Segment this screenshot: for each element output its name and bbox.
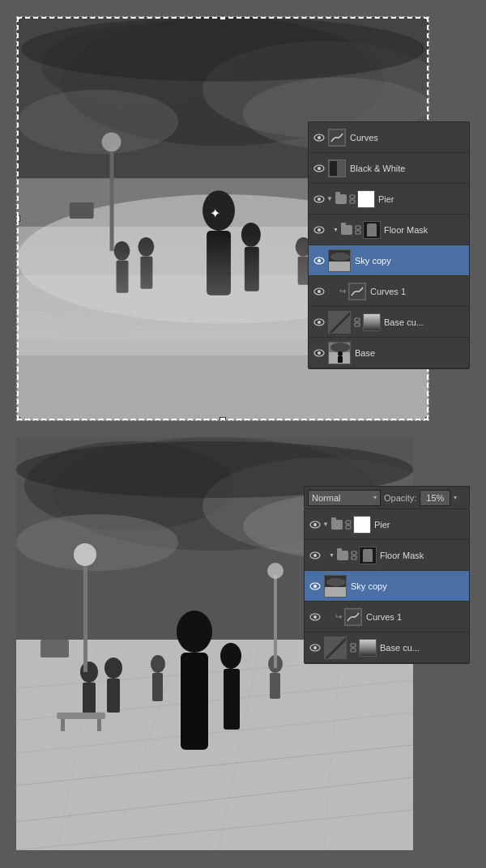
layer-name-bottom-pier: Pier [374,520,466,530]
layer-row-floormask[interactable]: ▼ Floor Mask [309,215,469,245]
eye-icon-curves[interactable] [312,130,326,145]
svg-rect-102 [61,719,65,731]
opacity-label: Opacity: [384,493,416,503]
layer-row-bw[interactable]: Black & White [309,153,469,184]
svg-point-111 [313,554,317,557]
bottom-skycopy-thumb [324,575,347,598]
layers-panel-bottom: ▼ Pier ▼ [304,508,470,664]
svg-point-45 [318,259,321,262]
svg-rect-107 [346,521,351,524]
eye-icon-curves1[interactable] [312,284,326,299]
transform-handle-tc[interactable] [220,17,226,20]
svg-rect-58 [355,323,360,326]
svg-rect-129 [351,649,356,652]
layer-row-pier[interactable]: ▼ Pier [309,184,469,215]
bottom-basecurves-thumb [324,636,347,659]
transform-handle-br[interactable] [425,417,428,420]
layer-row-bottom-pier[interactable]: ▼ Pier [305,509,469,540]
svg-point-106 [313,523,317,526]
blend-mode-bar: Normal ▾ Opacity: 15% ▾ [304,486,470,508]
svg-point-51 [318,290,321,293]
bottom-floormask-folder [337,551,348,560]
eye-icon-pier[interactable] [312,192,326,206]
transform-handle-ml[interactable] [17,215,20,222]
svg-point-91 [104,657,122,679]
floormask-chain [354,225,362,235]
svg-point-28 [318,136,321,139]
adj-thumb-curves1 [348,283,366,300]
pier-folder-icon [335,194,347,204]
eye-icon-base[interactable] [312,346,326,360]
eye-icon-floormask[interactable] [312,223,326,237]
eye-icon-basecurves[interactable] [312,315,326,330]
layer-row-bottom-curves1[interactable]: ↪ Curves 1 [305,602,469,632]
svg-rect-49 [329,262,351,272]
svg-rect-103 [97,719,101,731]
eye-icon-bottom-skycopy[interactable] [308,579,322,594]
eye-icon-skycopy[interactable] [312,253,326,268]
base-thumb [328,342,351,364]
svg-rect-26 [70,202,94,219]
layer-name-pier: Pier [378,194,466,204]
pier-arrow[interactable]: ▼ [326,195,333,202]
blend-mode-select[interactable]: Normal ▾ [308,490,381,506]
svg-point-65 [338,351,343,356]
layer-row-bottom-basecurves[interactable]: Base cu... [305,632,469,663]
layer-row-curves[interactable]: Curves [309,122,469,153]
svg-point-31 [318,167,321,170]
eye-icon-bottom-pier[interactable] [308,517,322,532]
transform-handle-tl[interactable] [17,17,20,20]
bottom-pier-indent: ▼ [322,520,352,530]
eye-icon-bottom-floormask[interactable] [308,548,322,563]
clip-arrow-curves1: ↪ [339,287,346,296]
transform-handle-bc[interactable] [220,417,226,420]
eye-icon-bottom-curves1[interactable] [308,610,322,624]
eye-icon-bw[interactable] [312,161,326,176]
svg-point-4 [21,17,424,82]
layer-row-base[interactable]: Base [309,338,469,368]
layer-name-curves1: Curves 1 [370,287,466,296]
layer-row-skycopy[interactable]: Sky copy [309,245,469,276]
bottom-pier-arrow[interactable]: ▼ [322,521,329,528]
bottom-floormask-arrow[interactable]: ▼ [329,552,335,558]
svg-rect-66 [338,356,343,363]
pier-mask [357,190,375,208]
svg-point-100 [267,563,284,579]
layer-row-curves1[interactable]: ↪ Curves 1 [309,276,469,307]
svg-rect-57 [355,318,360,321]
svg-rect-92 [107,679,120,713]
svg-rect-37 [350,200,355,203]
adj-thumb-bw [328,160,346,177]
layer-name-bw: Black & White [350,164,466,173]
bottom-basecurves-mask [359,639,377,657]
eye-icon-bottom-basecurves[interactable] [308,640,322,655]
blend-mode-value: Normal [312,493,340,503]
opacity-value[interactable]: 15% [420,490,450,506]
transform-center [216,212,229,225]
layer-name-bottom-floormask: Floor Mask [380,551,466,560]
bottom-pier-folder [331,520,343,530]
svg-point-119 [326,578,346,586]
floormask-arrow[interactable]: ▼ [333,227,339,232]
layer-name-curves: Curves [350,133,466,143]
layer-row-bottom-skycopy[interactable]: Sky copy [305,571,469,602]
floormask-folder-icon [341,225,352,235]
svg-point-35 [318,198,321,201]
layer-name-floormask: Floor Mask [384,225,466,235]
bottom-pier-mask [353,516,371,534]
bottom-floormask-indent: ▼ [322,551,358,560]
svg-point-122 [313,615,317,619]
svg-point-61 [318,351,321,355]
floormask-indent: ▼ [326,225,362,235]
layer-row-basecurves[interactable]: Base cu... [309,307,469,338]
svg-rect-108 [346,525,351,529]
svg-rect-94 [152,673,163,701]
basecurves-chain [353,317,361,327]
transform-handle-bl[interactable] [17,417,20,420]
layer-row-bottom-floormask[interactable]: ▼ Floor Mask [305,540,469,571]
svg-point-72 [16,514,178,571]
svg-point-125 [313,646,317,649]
pier-indent: ▼ [326,194,356,204]
svg-point-85 [177,611,212,653]
transform-handle-tr[interactable] [425,17,428,20]
